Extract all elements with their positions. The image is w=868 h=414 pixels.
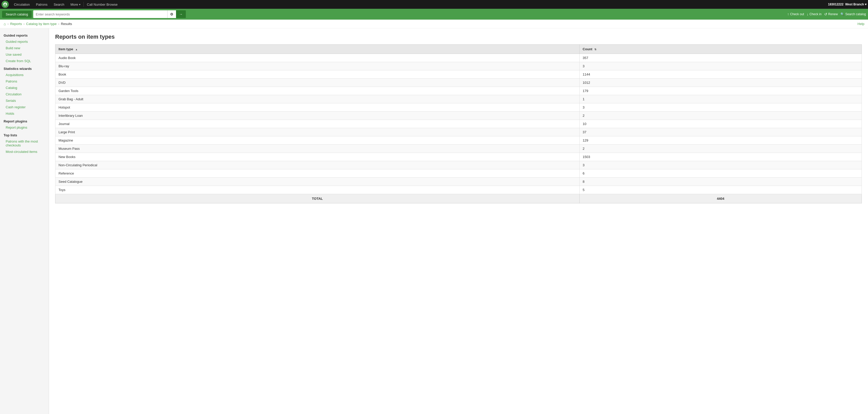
table-row: New Books1503 bbox=[55, 153, 862, 161]
cell-count: 179 bbox=[579, 87, 862, 95]
sidebar-link[interactable]: Build new bbox=[0, 45, 49, 51]
sidebar-link[interactable]: Use saved bbox=[0, 51, 49, 58]
table-row: Museum Pass2 bbox=[55, 145, 862, 153]
branch-info: 183012222 West Branch ▾ bbox=[828, 3, 866, 6]
breadcrumb-sep-1: › bbox=[7, 22, 8, 26]
sidebar-link[interactable]: Patrons bbox=[0, 78, 49, 85]
cell-count: 3 bbox=[579, 62, 862, 70]
search-catalog-right-button[interactable]: 🔍 Search catalog bbox=[840, 12, 866, 16]
cell-item-type: Grab Bag - Adult bbox=[55, 95, 580, 104]
cell-item-type: Journal bbox=[55, 120, 580, 128]
nav-call-number-browse[interactable]: Call Number Browse bbox=[84, 0, 121, 9]
home-icon[interactable]: ⌂ bbox=[4, 22, 6, 26]
table-row: Garden Tools179 bbox=[55, 87, 862, 95]
renew-icon: ↺ bbox=[824, 12, 827, 16]
sidebar-section-title: Top lists bbox=[0, 131, 49, 138]
checkin-icon: ↓ bbox=[807, 12, 808, 16]
sidebar-link[interactable]: Catalog bbox=[0, 85, 49, 91]
table-row: DVD1012 bbox=[55, 79, 862, 87]
cell-count: 6 bbox=[579, 169, 862, 178]
cell-count: 37 bbox=[579, 128, 862, 136]
go-button[interactable]: → bbox=[176, 10, 186, 18]
search-bar: Search catalog ⚙ → ↑ Check out ↓ Check i… bbox=[0, 9, 868, 20]
table-row: Audio Book357 bbox=[55, 54, 862, 62]
checkin-button[interactable]: ↓ Check in bbox=[807, 12, 822, 16]
cell-item-type: Garden Tools bbox=[55, 87, 580, 95]
table-row: Large Print37 bbox=[55, 128, 862, 136]
search-catalog-button[interactable]: Search catalog bbox=[2, 11, 32, 18]
sidebar-link[interactable]: Acquisitions bbox=[0, 72, 49, 78]
table-row: Hotspot3 bbox=[55, 104, 862, 112]
table-row: Interlibrary Loan2 bbox=[55, 112, 862, 120]
cell-count: 8 bbox=[579, 178, 862, 186]
cell-count: 3 bbox=[579, 161, 862, 169]
app-logo bbox=[2, 1, 9, 8]
cell-count: 10 bbox=[579, 120, 862, 128]
breadcrumb-sep-3: › bbox=[58, 22, 59, 26]
cell-item-type: Hotspot bbox=[55, 104, 580, 112]
page-layout: Guided reportsGuided reportsBuild newUse… bbox=[0, 28, 868, 414]
nav-search[interactable]: Search bbox=[51, 0, 67, 9]
col-header-count[interactable]: Count ⇅ bbox=[579, 45, 862, 54]
sidebar-link[interactable]: Most-circulated items bbox=[0, 148, 49, 155]
nav-patrons[interactable]: Patrons bbox=[33, 0, 51, 9]
cell-item-type: Large Print bbox=[55, 128, 580, 136]
sidebar-link[interactable]: Holds bbox=[0, 110, 49, 117]
cell-item-type: Book bbox=[55, 70, 580, 79]
right-actions: ↑ Check out ↓ Check in ↺ Renew 🔍 Search … bbox=[787, 12, 866, 16]
cell-item-type: Seed Catalogue bbox=[55, 178, 580, 186]
cell-item-type: Reference bbox=[55, 169, 580, 178]
cell-count: 2 bbox=[579, 145, 862, 153]
sidebar-link[interactable]: Guided reports bbox=[0, 38, 49, 45]
cell-item-type: DVD bbox=[55, 79, 580, 87]
breadcrumb: ⌂ › Reports › Catalog by item type › Res… bbox=[0, 20, 868, 28]
cell-item-type: Audio Book bbox=[55, 54, 580, 62]
sidebar-link[interactable]: Serials bbox=[0, 97, 49, 104]
search-input[interactable] bbox=[33, 10, 167, 18]
cell-count: 3 bbox=[579, 104, 862, 112]
table-row: Magazine129 bbox=[55, 136, 862, 145]
cell-count: 129 bbox=[579, 136, 862, 145]
checkout-icon: ↑ bbox=[787, 12, 789, 16]
sidebar-link[interactable]: Circulation bbox=[0, 91, 49, 97]
table-row: Blu-ray3 bbox=[55, 62, 862, 70]
more-chevron-icon: ▾ bbox=[79, 3, 81, 6]
breadcrumb-catalog[interactable]: Catalog by item type bbox=[26, 22, 57, 26]
breadcrumb-current: Results bbox=[61, 22, 72, 26]
report-table: Item type ▲ Count ⇅ Audio Book357Blu-ray… bbox=[55, 45, 862, 203]
footer-label: TOTAL bbox=[55, 194, 580, 203]
page-title: Reports on item types bbox=[55, 33, 862, 40]
sidebar-link[interactable]: Create from SQL bbox=[0, 58, 49, 64]
filter-button[interactable]: ⚙ bbox=[167, 10, 176, 18]
sidebar-section-title: Statistics wizards bbox=[0, 64, 49, 72]
cell-count: 1 bbox=[579, 95, 862, 104]
main-content: Reports on item types Item type ▲ Count … bbox=[49, 28, 868, 414]
table-row: Journal10 bbox=[55, 120, 862, 128]
col-header-item-type[interactable]: Item type ▲ bbox=[55, 45, 580, 54]
table-row: Seed Catalogue8 bbox=[55, 178, 862, 186]
cell-count: 1012 bbox=[579, 79, 862, 87]
nav-more[interactable]: More ▾ bbox=[67, 0, 84, 9]
cell-count: 1503 bbox=[579, 153, 862, 161]
table-row: Toys5 bbox=[55, 186, 862, 194]
cell-count: 1144 bbox=[579, 70, 862, 79]
help-link[interactable]: Help bbox=[858, 22, 864, 26]
cell-item-type: New Books bbox=[55, 153, 580, 161]
sidebar-link[interactable]: Report plugins bbox=[0, 124, 49, 131]
sidebar-link[interactable]: Cash register bbox=[0, 104, 49, 110]
footer-count: 4404 bbox=[579, 194, 862, 203]
cell-item-type: Interlibrary Loan bbox=[55, 112, 580, 120]
sidebar-link[interactable]: Patrons with the most checkouts bbox=[0, 138, 49, 148]
cell-count: 2 bbox=[579, 112, 862, 120]
sort-icon-count: ⇅ bbox=[594, 48, 596, 51]
top-navigation: Circulation Patrons Search More ▾ Call N… bbox=[0, 0, 868, 9]
cell-item-type: Non-Circulating Periodical bbox=[55, 161, 580, 169]
breadcrumb-reports[interactable]: Reports bbox=[10, 22, 22, 26]
cell-count: 5 bbox=[579, 186, 862, 194]
renew-button[interactable]: ↺ Renew bbox=[824, 12, 838, 16]
sidebar: Guided reportsGuided reportsBuild newUse… bbox=[0, 28, 49, 414]
checkout-button[interactable]: ↑ Check out bbox=[787, 12, 804, 16]
table-row: Non-Circulating Periodical3 bbox=[55, 161, 862, 169]
sidebar-section-title: Guided reports bbox=[0, 31, 49, 38]
nav-circulation[interactable]: Circulation bbox=[11, 0, 33, 9]
